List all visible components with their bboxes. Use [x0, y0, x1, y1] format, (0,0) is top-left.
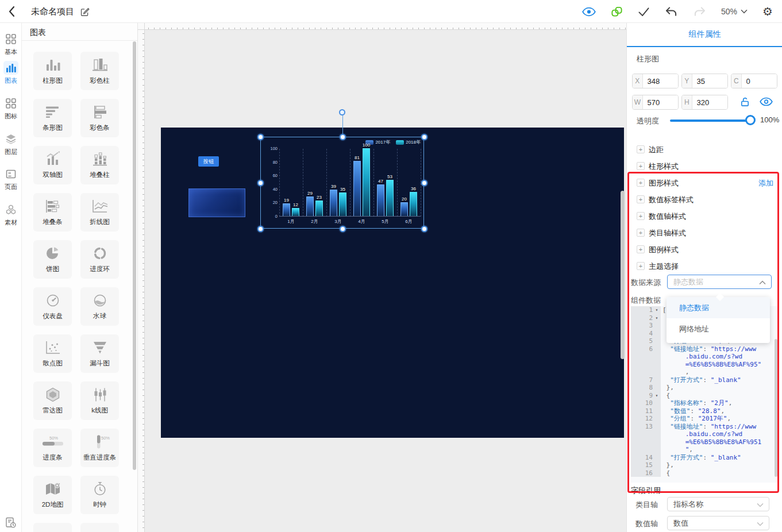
tile-kline-chart[interactable]: k线图 — [80, 381, 119, 420]
expand-plus-icon[interactable]: + — [637, 229, 645, 237]
canvas-scrollbar[interactable] — [621, 191, 625, 359]
dropdown-option[interactable]: 静态数据 — [667, 297, 770, 318]
tile-vertical-progress[interactable]: 50%垂直进度条 — [80, 429, 119, 467]
tile-liquid-ball[interactable]: 水球 — [80, 287, 119, 326]
sidebar-item-label: 图层 — [0, 148, 22, 156]
dropdown-option[interactable]: 网络地址 — [667, 318, 770, 340]
component-name: 柱形图 — [637, 54, 659, 64]
save-check-icon[interactable] — [638, 6, 650, 17]
sidebar-item-pages[interactable]: 页面 — [0, 167, 22, 191]
tile-dual-axis[interactable]: 双轴图 — [33, 146, 72, 184]
tile-gauge[interactable]: 仪表盘 — [33, 287, 72, 326]
rotation-input[interactable] — [742, 74, 777, 88]
tile-clock[interactable]: 时钟 — [80, 476, 119, 514]
expand-plus-icon[interactable]: + — [637, 262, 645, 270]
editor-scrollbar[interactable] — [775, 339, 777, 477]
code-line: 11 "数值": "28.8", — [631, 407, 778, 415]
sidebar-item-basic[interactable]: 基本 — [0, 32, 22, 56]
rotate-handle[interactable] — [339, 109, 345, 115]
share-link-icon[interactable] — [611, 6, 623, 18]
expand-plus-icon[interactable]: + — [637, 145, 645, 153]
expand-plus-icon[interactable]: + — [637, 212, 645, 220]
tile-radar-chart[interactable]: 雷达图 — [33, 381, 72, 420]
visibility-eye-icon[interactable] — [760, 97, 773, 106]
field-reference-label: 字段引用 — [631, 485, 661, 496]
opacity-slider-track[interactable] — [670, 119, 750, 122]
expand-plus-icon[interactable]: + — [637, 179, 645, 187]
tile-bar-chart[interactable]: 条形图 — [33, 99, 72, 137]
resize-handle[interactable] — [421, 226, 427, 232]
tile-scatter-chart[interactable]: 散点图 — [33, 334, 72, 373]
redo-icon[interactable] — [693, 6, 706, 17]
zoom-level-dropdown[interactable]: 50% — [721, 7, 748, 16]
data-source-select[interactable]: 静态数据 — [667, 275, 772, 289]
canvas-button-widget[interactable]: 按钮 — [198, 156, 219, 167]
resize-handle[interactable] — [421, 134, 427, 140]
sidebar-item-icons[interactable]: 图标 — [0, 97, 22, 121]
bar — [330, 190, 337, 216]
tile-partial[interactable] — [33, 523, 72, 532]
tile-progress-bar[interactable]: 50%进度条 — [33, 429, 72, 467]
tile-funnel-chart[interactable]: 漏斗图 — [80, 334, 119, 373]
code-line: 7 "打开方式": "_blank" — [631, 376, 778, 384]
undo-icon[interactable] — [665, 6, 678, 17]
opacity-slider-knob[interactable] — [745, 115, 756, 125]
tile-map-2d[interactable]: 2D地图 — [33, 476, 72, 514]
width-input[interactable] — [643, 95, 678, 109]
tile-pie-chart[interactable]: 饼图 — [33, 240, 72, 279]
sidebar-item-history[interactable] — [0, 516, 22, 530]
add-link[interactable]: 添加 — [758, 178, 773, 188]
canvas-rectangle-widget[interactable] — [188, 188, 245, 217]
back-icon[interactable] — [0, 0, 23, 23]
rotation-field: C — [731, 74, 777, 88]
y-axis-tick: 0 — [262, 214, 278, 219]
resize-handle[interactable] — [340, 226, 346, 232]
section-1: +边距 — [627, 142, 782, 159]
x-position-field: X — [632, 74, 679, 88]
resize-handle[interactable] — [257, 226, 264, 232]
preview-eye-icon[interactable] — [582, 7, 596, 17]
tile-stacked-bar[interactable]: 堆叠条 — [33, 193, 72, 232]
section-7: +图例样式 — [627, 242, 782, 259]
colored-column-icon — [80, 57, 119, 73]
y-axis-tick: 60 — [262, 173, 278, 178]
sidebar-item-assets[interactable]: 素材 — [0, 203, 22, 227]
width-field: W — [632, 95, 679, 110]
tile-line-chart[interactable]: 折线图 — [80, 193, 119, 232]
height-input[interactable] — [692, 95, 727, 109]
value-axis-select[interactable]: 数值 — [667, 516, 769, 530]
resize-handle[interactable] — [257, 134, 264, 140]
svg-text:50%: 50% — [101, 435, 110, 441]
bar-chart-widget[interactable]: 2017年2018年 020406080100 1912292339358110… — [260, 137, 424, 229]
x-input[interactable] — [643, 74, 678, 88]
legend-item: 2018年 — [396, 139, 421, 145]
design-canvas[interactable]: 按钮 2017年2018年 020406080100 1912292339358… — [161, 128, 624, 438]
expand-plus-icon[interactable]: + — [637, 162, 645, 170]
tile-progress-ring[interactable]: 进度环 — [80, 240, 119, 279]
tile-partial[interactable] — [80, 523, 119, 532]
edit-title-icon[interactable] — [80, 7, 90, 17]
unlock-icon[interactable] — [739, 97, 750, 107]
stacked-bar-icon — [33, 198, 72, 214]
category-axis-select[interactable]: 指标名称 — [667, 497, 769, 511]
legend-swatch-icon — [396, 140, 404, 145]
y-input[interactable] — [692, 74, 727, 88]
resize-handle[interactable] — [340, 134, 346, 140]
stacked-column-icon — [80, 151, 119, 167]
expand-plus-icon[interactable]: + — [637, 195, 645, 203]
expand-plus-icon[interactable]: + — [637, 245, 645, 253]
settings-gear-icon[interactable]: ⚙ — [762, 6, 773, 17]
section-label: 图例样式 — [649, 245, 679, 255]
sidebar-item-charts[interactable]: 图表 — [0, 61, 22, 85]
sidebar-item-layers[interactable]: 图层 — [0, 132, 22, 156]
tile-stacked-column[interactable]: 堆叠柱 — [80, 146, 119, 184]
tile-column-chart[interactable]: 柱形图 — [33, 52, 72, 90]
tile-colored-column[interactable]: 彩色柱 — [80, 52, 119, 90]
panel-scrollbar[interactable] — [133, 41, 136, 470]
tab-component-properties[interactable]: 组件属性 — [627, 23, 782, 47]
bar-group: 2923 — [303, 148, 326, 216]
resize-handle[interactable] — [257, 180, 264, 186]
tile-colored-bar[interactable]: 彩色条 — [80, 99, 119, 137]
opacity-value: 100% — [760, 115, 779, 124]
resize-handle[interactable] — [421, 180, 427, 186]
